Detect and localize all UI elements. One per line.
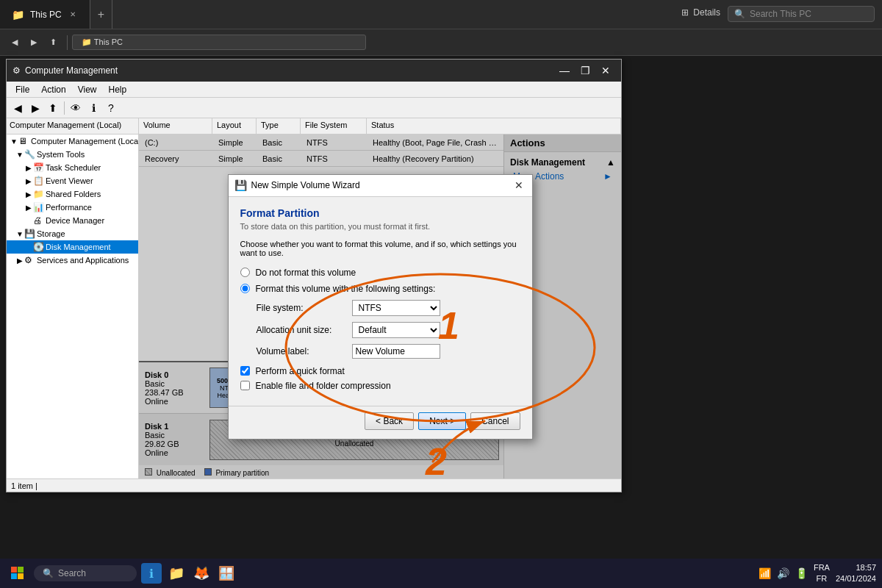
- menu-help[interactable]: Help: [103, 83, 133, 96]
- sidebar-label-system-tools: System Tools: [37, 150, 85, 159]
- cm-toolbar: ◀ ▶ ⬆ 👁 ℹ ?: [7, 98, 621, 118]
- toolbar-up[interactable]: ⬆: [45, 100, 61, 116]
- dialog-description: Choose whether you want to format this v…: [240, 240, 520, 257]
- col-headers-right: Volume Layout Type File System Status: [139, 118, 621, 134]
- file-system-row: File system: NTFS: [257, 300, 520, 316]
- path-bar[interactable]: 📁 This PC: [72, 35, 366, 50]
- sidebar-item-task-scheduler[interactable]: ▶ 📅 Task Scheduler: [7, 161, 138, 174]
- explorer-search-box[interactable]: 🔍 Search This PC: [728, 6, 875, 22]
- expand-shared-icon[interactable]: ▶: [24, 190, 33, 198]
- col-header-fs: File System: [301, 118, 367, 134]
- quick-format-checkbox[interactable]: [240, 366, 250, 376]
- up-btn[interactable]: ⬆: [44, 35, 62, 49]
- device-manager-icon: 🖨: [33, 215, 43, 226]
- sidebar-item-shared-folders[interactable]: ▶ 📁 Shared Folders: [7, 187, 138, 201]
- sidebar-item-performance[interactable]: ▶ 📊 Performance: [7, 201, 138, 214]
- expand-perf-icon[interactable]: ▶: [24, 203, 33, 212]
- file-system-select[interactable]: NTFS: [352, 300, 440, 316]
- shared-folders-icon: 📁: [33, 189, 43, 199]
- toolbar-back[interactable]: ◀: [10, 100, 26, 116]
- start-button[interactable]: [6, 562, 29, 585]
- col-header-type: Type: [257, 118, 301, 134]
- disk-management-icon: 💽: [33, 242, 43, 252]
- expand-task-icon[interactable]: ▶: [24, 163, 33, 172]
- dialog-close-btn[interactable]: ✕: [512, 178, 526, 193]
- volume-label-input[interactable]: [352, 344, 440, 359]
- svg-rect-3: [18, 567, 24, 573]
- sidebar-item-storage[interactable]: ▼ 💾 Storage: [7, 227, 138, 240]
- expand-icon[interactable]: ▼: [10, 137, 18, 146]
- taskbar-icon-app[interactable]: 🪟: [216, 563, 237, 584]
- radio-format[interactable]: [240, 284, 250, 293]
- toolbar-help[interactable]: ?: [103, 100, 119, 116]
- expand-device-icon: [24, 216, 33, 225]
- sidebar-label-device-manager: Device Manager: [46, 216, 104, 225]
- taskbar-icon-firefox[interactable]: 🦊: [191, 563, 212, 584]
- quick-format-label: Perform a quick format: [256, 366, 345, 376]
- taskbar-search-box[interactable]: 🔍 Search: [34, 565, 137, 581]
- new-tab-btn[interactable]: +: [90, 0, 112, 29]
- language-indicator[interactable]: FRA FR: [814, 562, 830, 585]
- sidebar-label-storage: Storage: [37, 229, 65, 238]
- cm-main-content: (C:) Simple Basic NTFS Healthy (Boot, Pa…: [139, 135, 621, 478]
- compression-label: Enable file and folder compression: [256, 381, 391, 391]
- close-btn[interactable]: ✕: [596, 63, 615, 78]
- lang-region: FR: [814, 573, 830, 584]
- radio-format-option: Format this volume with the following se…: [240, 284, 520, 294]
- sidebar-item-services-applications[interactable]: ▶ ⚙ Services and Applications: [7, 254, 138, 267]
- taskbar-left: 🔍 Search ℹ 📁 🦊 🪟: [6, 562, 237, 585]
- cm-sidebar: ▼ 🖥 Computer Management (Local) ▼ 🔧 Syst…: [7, 135, 139, 478]
- col-header-volume: Volume: [139, 118, 212, 134]
- dialog-body: Format Partition To store data on this p…: [229, 197, 532, 406]
- next-button[interactable]: Next >: [418, 412, 466, 430]
- menu-action[interactable]: Action: [35, 83, 71, 96]
- firefox-icon: 🦊: [193, 565, 209, 581]
- expand-storage-icon[interactable]: ▼: [15, 229, 24, 238]
- sidebar-item-system-tools[interactable]: ▼ 🔧 System Tools: [7, 148, 138, 161]
- taskbar: 🔍 Search ℹ 📁 🦊 🪟 📶 🔊 🔋 FRA FR 18:57 24/0…: [0, 559, 882, 588]
- minimize-btn[interactable]: —: [555, 63, 574, 78]
- sidebar-item-device-manager[interactable]: 🖨 Device Manager: [7, 214, 138, 227]
- sidebar-item-event-viewer[interactable]: ▶ 📋 Event Viewer: [7, 174, 138, 187]
- tab-this-pc[interactable]: 📁 This PC ✕: [0, 0, 90, 29]
- allocation-row: Allocation unit size: Default: [257, 322, 520, 338]
- cancel-button[interactable]: Cancel: [470, 412, 520, 430]
- expand-system-tools-icon[interactable]: ▼: [15, 150, 24, 159]
- toolbar-properties[interactable]: ℹ: [85, 100, 101, 116]
- taskbar-icon-file-explorer[interactable]: 📁: [166, 563, 187, 584]
- event-viewer-icon: 📋: [33, 176, 43, 186]
- clock[interactable]: 18:57 24/01/2024: [836, 562, 876, 585]
- task-scheduler-icon: 📅: [33, 162, 43, 173]
- toolbar-show-hide[interactable]: 👁: [68, 100, 84, 116]
- taskbar-icon-edge[interactable]: ℹ: [141, 563, 162, 584]
- menu-view[interactable]: View: [72, 83, 103, 96]
- statusbar-text: 1 item |: [11, 481, 37, 490]
- cm-column-headers: Computer Management (Local) Volume Layou…: [7, 118, 621, 135]
- forward-btn[interactable]: ▶: [25, 35, 43, 49]
- expand-svc-icon[interactable]: ▶: [15, 256, 24, 265]
- svg-rect-4: [11, 573, 17, 579]
- sidebar-item-disk-management[interactable]: 💽 Disk Management: [7, 240, 138, 254]
- sidebar-item-computer-management[interactable]: ▼ 🖥 Computer Management (Local): [7, 135, 138, 148]
- sidebar-label-event-viewer: Event Viewer: [46, 176, 93, 185]
- dialog-footer: < Back Next > Cancel: [229, 406, 532, 439]
- expand-event-icon[interactable]: ▶: [24, 176, 33, 185]
- toolbar-forward[interactable]: ▶: [27, 100, 43, 116]
- back-button[interactable]: < Back: [365, 412, 414, 430]
- windows-logo-icon: [11, 567, 24, 580]
- format-settings: File system: NTFS Allocation unit size: …: [257, 300, 520, 359]
- allocation-select[interactable]: Default: [352, 322, 440, 338]
- compression-checkbox[interactable]: [240, 381, 250, 390]
- menu-file[interactable]: File: [10, 83, 35, 96]
- allocation-label: Allocation unit size:: [257, 325, 352, 335]
- svg-rect-2: [11, 567, 17, 573]
- computer-management-window: ⚙ Computer Management — ❐ ✕ File Action …: [6, 59, 622, 492]
- details-button[interactable]: ⊞ Details: [681, 7, 720, 18]
- dialog-title-icon: 💾: [234, 179, 247, 191]
- back-btn[interactable]: ◀: [6, 35, 24, 49]
- dialog-heading: Format Partition: [240, 207, 520, 219]
- cm-body: ▼ 🖥 Computer Management (Local) ▼ 🔧 Syst…: [7, 135, 621, 478]
- maximize-btn[interactable]: ❐: [576, 63, 595, 78]
- tab-close-icon[interactable]: ✕: [68, 10, 78, 20]
- radio-no-format[interactable]: [240, 268, 250, 277]
